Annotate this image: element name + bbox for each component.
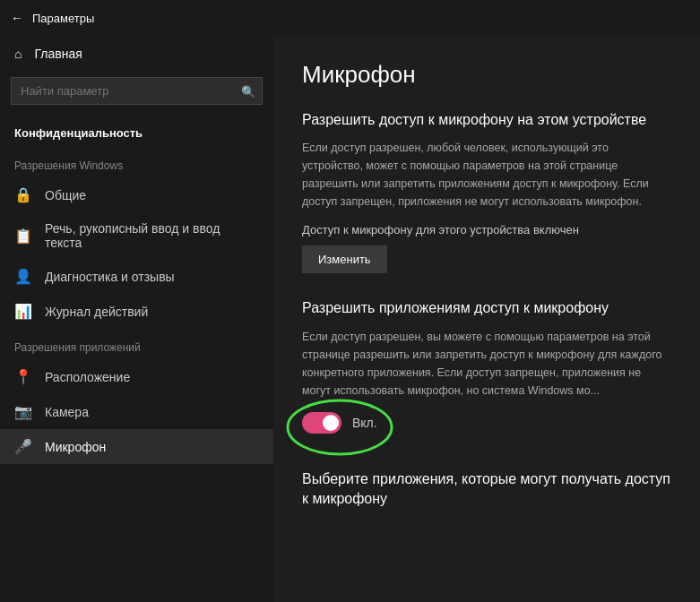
windows-permissions-label: Разрешения Windows xyxy=(0,147,273,177)
sidebar-home-label: Главная xyxy=(34,47,82,61)
sidebar-item-general[interactable]: 🔒 Общие xyxy=(0,177,273,212)
sidebar-search-container: 🔍 xyxy=(11,77,263,105)
sidebar-item-speech-label: Речь, рукописный ввод и ввод текста xyxy=(45,221,259,250)
sidebar-item-diagnostics-label: Диагностика и отзывы xyxy=(45,270,175,284)
title-bar: ← Параметры xyxy=(0,0,700,36)
sidebar-item-microphone[interactable]: 🎤 Микрофон xyxy=(0,429,273,464)
sidebar-item-camera-label: Камера xyxy=(45,405,89,419)
access-status-text: Доступ к микрофону для этого устройства … xyxy=(302,223,671,236)
toggle-row: Вкл. xyxy=(302,412,377,434)
search-input[interactable] xyxy=(11,77,263,105)
sidebar-item-location-label: Расположение xyxy=(45,370,130,384)
toggle-thumb xyxy=(323,415,339,431)
change-button[interactable]: Изменить xyxy=(302,245,387,273)
location-icon: 📍 xyxy=(14,368,32,385)
search-icon: 🔍 xyxy=(241,84,255,98)
microphone-icon: 🎤 xyxy=(14,438,32,455)
app-permissions-label: Разрешения приложений xyxy=(0,329,273,359)
back-button[interactable]: ← xyxy=(11,11,23,25)
microphone-apps-toggle[interactable] xyxy=(302,412,341,434)
section1-body: Если доступ разрешен, любой человек, исп… xyxy=(302,139,671,211)
section2-heading: Разрешить приложениям доступ к микрофону xyxy=(302,298,671,318)
toggle-label: Вкл. xyxy=(352,416,377,430)
camera-icon: 📷 xyxy=(14,403,32,420)
sidebar-item-microphone-label: Микрофон xyxy=(45,440,106,454)
sidebar-item-location[interactable]: 📍 Расположение xyxy=(0,359,273,394)
sidebar: ⌂ Главная 🔍 Конфиденциальность Разрешени… xyxy=(0,36,273,602)
home-icon: ⌂ xyxy=(14,47,22,61)
sidebar-home-item[interactable]: ⌂ Главная xyxy=(0,36,273,72)
lock-icon: 🔒 xyxy=(14,186,32,203)
sidebar-item-diagnostics[interactable]: 👤 Диагностика и отзывы xyxy=(0,259,273,294)
page-title: Микрофон xyxy=(302,61,671,89)
sidebar-item-activity-label: Журнал действий xyxy=(45,305,148,319)
section2-body: Если доступ разрешен, вы можете с помощь… xyxy=(302,328,671,400)
speech-icon: 📋 xyxy=(14,228,32,245)
section1-heading: Разрешить доступ к микрофону на этом уст… xyxy=(302,110,671,130)
privacy-header: Конфиденциальность xyxy=(0,119,273,147)
window-title: Параметры xyxy=(32,12,94,25)
sidebar-item-general-label: Общие xyxy=(45,188,86,202)
sidebar-item-activity[interactable]: 📊 Журнал действий xyxy=(0,294,273,329)
diagnostics-icon: 👤 xyxy=(14,268,32,285)
section3-heading: Выберите приложения, которые могут получ… xyxy=(302,469,671,510)
sidebar-item-camera[interactable]: 📷 Камера xyxy=(0,394,273,429)
content-area: Микрофон Разрешить доступ к микрофону на… xyxy=(273,36,700,602)
main-layout: ⌂ Главная 🔍 Конфиденциальность Разрешени… xyxy=(0,36,700,602)
sidebar-item-speech[interactable]: 📋 Речь, рукописный ввод и ввод текста xyxy=(0,212,273,259)
activity-icon: 📊 xyxy=(14,303,32,320)
